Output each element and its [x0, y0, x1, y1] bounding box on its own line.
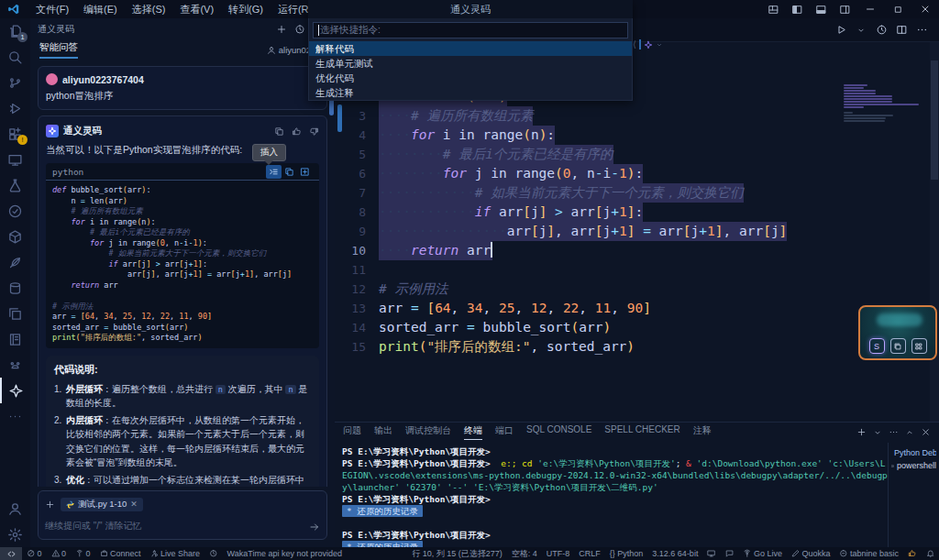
toggle-sidebar-icon[interactable]: [785, 0, 809, 18]
status-tabnine[interactable]: tabnine basic: [834, 547, 903, 560]
thumbs-up-icon[interactable]: [292, 123, 302, 139]
status-live-share[interactable]: Live Share: [146, 547, 205, 560]
activity-settings-icon[interactable]: [0, 522, 30, 547]
activity-remote-explorer-icon[interactable]: [0, 147, 30, 172]
panel-tab-SQL CONSOLE[interactable]: SQL CONSOLE: [526, 424, 591, 440]
close-panel-icon[interactable]: [921, 427, 931, 438]
code-line[interactable]: 10····return arr: [335, 241, 939, 260]
panel-tab-输出[interactable]: 输出: [374, 424, 392, 440]
code-line[interactable]: 14sorted_arr = bubble_sort(arr): [335, 318, 939, 337]
new-chat-icon[interactable]: [272, 21, 291, 38]
status-screencast[interactable]: [702, 547, 721, 560]
activity-more-views-icon[interactable]: [0, 403, 30, 429]
panel-tab-SPELL CHECKER[interactable]: SPELL CHECKER: [604, 424, 679, 440]
inline-chat-widget[interactable]: ⟨: [633, 39, 663, 49]
new-terminal-icon[interactable]: [856, 427, 867, 438]
activity-todo-tree-icon[interactable]: [0, 198, 30, 224]
minimize-button[interactable]: [856, 0, 884, 18]
timeline-icon[interactable]: [873, 22, 889, 38]
status-wakatime[interactable]: WakaTime api key not provided: [223, 547, 347, 560]
code-line[interactable]: 5········# 最后i个元素已经是有序的: [335, 145, 939, 164]
terminal-dropdown-icon[interactable]: [873, 427, 882, 438]
panel-tab-端口[interactable]: 端口: [495, 424, 514, 440]
open-in-file-icon[interactable]: [297, 165, 313, 179]
copy-message-icon[interactable]: [274, 123, 284, 139]
panel-tab-注释[interactable]: 注释: [693, 424, 712, 440]
activity-extensions-icon[interactable]: !: [0, 121, 30, 147]
panel-tab-终端[interactable]: 终端: [464, 424, 482, 440]
panel-tab-调试控制台[interactable]: 调试控制台: [405, 424, 451, 440]
run-dropdown-icon[interactable]: [853, 22, 869, 38]
activity-search-icon[interactable]: [0, 44, 30, 70]
chat-input[interactable]: 继续提问或 "/" 清除记忆: [45, 520, 309, 533]
insert-code-icon[interactable]: [266, 165, 282, 179]
status-errors[interactable]: 0: [22, 547, 47, 560]
tab-smart-qa[interactable]: 智能问答: [39, 41, 78, 59]
status-notifications[interactable]: [922, 547, 939, 560]
activity-database-icon[interactable]: [0, 275, 30, 301]
status-quokka[interactable]: Quokka: [787, 547, 835, 560]
thumbs-down-icon[interactable]: [309, 123, 319, 139]
context-file-chip[interactable]: 测试.py 1-10 ✕: [61, 498, 143, 511]
quick-option[interactable]: 解释代码: [309, 41, 632, 56]
quick-option[interactable]: 生成单元测试: [309, 56, 632, 71]
status-python-interpreter[interactable]: 3.12.6 64-bit: [647, 547, 702, 560]
activity-testing-icon[interactable]: [0, 172, 30, 198]
activity-package-explorer-icon[interactable]: [0, 224, 30, 249]
history-icon[interactable]: [291, 21, 309, 38]
status-ports[interactable]: 0: [71, 547, 95, 560]
close-button[interactable]: [911, 0, 939, 18]
more-actions-icon[interactable]: [913, 22, 930, 38]
panel-tab-问题[interactable]: 问题: [343, 424, 361, 440]
status-cursor-position[interactable]: 行 10, 列 15 (已选择277): [407, 547, 507, 560]
activity-tongyi-lingma-icon[interactable]: [0, 378, 30, 403]
customize-layout-icon[interactable]: [761, 0, 785, 18]
maximize-panel-icon[interactable]: [905, 427, 914, 438]
status-history[interactable]: [204, 547, 223, 560]
toggle-secondary-sidebar-icon[interactable]: [833, 0, 856, 18]
run-python-icon[interactable]: [833, 22, 849, 38]
menu-查看(V)[interactable]: 查看(V): [172, 0, 221, 18]
toggle-panel-icon[interactable]: [809, 0, 833, 18]
quick-input-field[interactable]: 选择快捷指令:: [313, 22, 628, 38]
menu-选择(S)[interactable]: 选择(S): [125, 0, 173, 18]
activity-source-control-icon[interactable]: [0, 70, 30, 95]
code-line[interactable]: 7············# 如果当前元素大于下一个元素，则交换它们: [335, 183, 939, 203]
send-icon[interactable]: [309, 518, 320, 534]
activity-live-preview-icon[interactable]: [0, 301, 30, 326]
menu-文件(F)[interactable]: 文件(F): [28, 0, 76, 18]
add-context-icon[interactable]: [45, 496, 55, 512]
code-line[interactable]: 11: [335, 260, 939, 280]
status-indentation[interactable]: 空格: 4: [507, 547, 542, 560]
status-thumb[interactable]: [903, 547, 922, 560]
activity-quokka-icon[interactable]: [0, 249, 30, 275]
terminal-instance-powershell[interactable]: powershell: [891, 459, 936, 472]
code-line[interactable]: 8············if arr[j] > arr[j+1]:: [335, 203, 939, 222]
status-feedback[interactable]: [721, 547, 739, 560]
status-encoding[interactable]: UTF-8: [542, 547, 575, 560]
activity-notebook-icon[interactable]: [0, 326, 30, 352]
code-line[interactable]: 13arr = [64, 34, 25, 12, 22, 11, 90]: [335, 299, 939, 318]
status-eol[interactable]: CRLF: [574, 547, 605, 560]
menu-转到(G)[interactable]: 转到(G): [221, 0, 271, 18]
status-language-mode[interactable]: {} Python: [605, 547, 648, 560]
code-area[interactable]: 2····n = len(arr)3····# 遍历所有数组元素4····for…: [335, 97, 939, 357]
menu-编辑(E)[interactable]: 编辑(E): [76, 0, 125, 18]
activity-run-debug-icon[interactable]: [0, 95, 30, 121]
quick-option[interactable]: 生成注释: [309, 85, 632, 100]
minimap[interactable]: [844, 84, 928, 123]
code-line[interactable]: 15print("排序后的数组:", sorted_arr): [335, 337, 939, 357]
code-line[interactable]: 9················arr[j], arr[j+1] = arr[…: [335, 222, 939, 241]
status-go-live[interactable]: Go Live: [738, 547, 787, 560]
terminal-output[interactable]: PS E:\学习资料\Python\项目开发> PS E:\学习资料\Pytho…: [335, 443, 888, 547]
activity-explorer-icon[interactable]: 1: [0, 18, 30, 44]
editor-scrollbar[interactable]: [930, 42, 939, 422]
panel-more-icon[interactable]: [889, 427, 899, 438]
code-line[interactable]: 4····for i in range(n):: [335, 126, 939, 145]
status-connect[interactable]: Connect: [95, 547, 146, 560]
quick-option[interactable]: 优化代码: [309, 71, 632, 85]
status-warnings[interactable]: 0: [47, 547, 72, 560]
copy-code-icon[interactable]: [282, 165, 297, 179]
remove-context-icon[interactable]: ✕: [130, 500, 138, 509]
split-editor-icon[interactable]: [893, 22, 910, 38]
